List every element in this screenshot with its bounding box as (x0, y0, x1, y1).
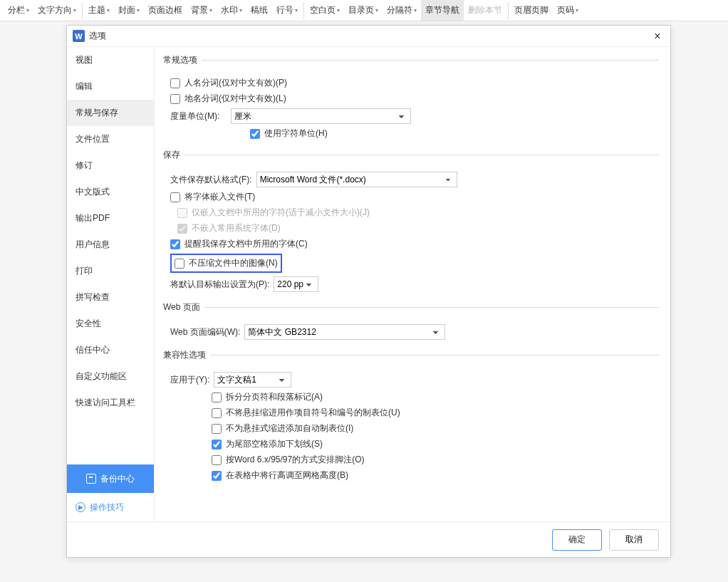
chevron-down-icon: ▾ (73, 7, 76, 14)
ribbon-item[interactable]: 分隔符▾ (383, 0, 421, 21)
chevron-down-icon: ▾ (375, 7, 378, 14)
ribbon-item[interactable]: 水印▾ (217, 0, 246, 21)
chevron-down-icon: ▾ (107, 7, 110, 14)
ribbon-item[interactable]: 空白页▾ (306, 0, 344, 21)
chevron-down-icon: ▾ (295, 7, 298, 14)
ribbon-separator (303, 2, 304, 19)
chevron-down-icon: ▾ (576, 7, 578, 14)
ribbon-item[interactable]: 稿纸 (246, 0, 272, 21)
ribbon-item-label: 空白页 (310, 4, 336, 16)
ribbon-item-label: 文字方向 (38, 4, 72, 16)
ribbon-item-label: 章节导航 (425, 4, 459, 16)
ribbon-separator (82, 2, 83, 19)
ribbon-item-label: 目录页 (348, 4, 374, 16)
ribbon-item[interactable]: 页码▾ (553, 0, 583, 21)
ribbon-item: 删除本节 (464, 0, 506, 21)
ribbon-item-label: 删除本节 (468, 4, 502, 16)
ribbon-item-label: 稿纸 (251, 4, 268, 16)
ribbon-item[interactable]: 目录页▾ (344, 0, 383, 21)
ribbon-item[interactable]: 主题▾ (84, 0, 114, 21)
ribbon-item[interactable]: 行号▾ (272, 0, 302, 21)
chevron-down-icon: ▾ (337, 7, 340, 14)
chevron-down-icon: ▾ (239, 7, 242, 14)
chevron-down-icon: ▾ (209, 7, 212, 14)
ribbon-item[interactable]: 页眉页脚 (510, 0, 553, 21)
chevron-down-icon: ▾ (137, 7, 140, 14)
ribbon-item[interactable]: 封面▾ (114, 0, 144, 21)
ribbon-item-label: 页面边框 (148, 4, 182, 16)
ribbon-item-label: 分栏 (8, 4, 25, 16)
ribbon-item-label: 封面 (118, 4, 135, 16)
ribbon-item-label: 背景 (191, 4, 208, 16)
ribbon-item[interactable]: 章节导航 (421, 0, 464, 21)
ribbon-separator (508, 2, 509, 19)
chevron-down-icon: ▾ (26, 7, 29, 14)
ribbon-item-label: 水印 (221, 4, 238, 16)
chevron-down-icon: ▾ (414, 7, 417, 14)
ribbon-item[interactable]: 分栏▾ (4, 0, 33, 21)
ribbon-item-label: 页眉页脚 (514, 4, 548, 16)
ribbon-item-label: 行号 (276, 4, 293, 16)
ribbon-item[interactable]: 文字方向▾ (33, 0, 80, 21)
ribbon-item-label: 页码 (557, 4, 574, 16)
ribbon-item-label: 主题 (88, 4, 105, 16)
ribbon-item[interactable]: 背景▾ (187, 0, 217, 21)
ribbon-item-label: 分隔符 (387, 4, 412, 16)
ribbon-item[interactable]: 页面边框 (144, 0, 187, 21)
ribbon-toolbar: 分栏▾文字方向▾主题▾封面▾页面边框背景▾水印▾稿纸行号▾空白页▾目录页▾分隔符… (0, 0, 728, 21)
